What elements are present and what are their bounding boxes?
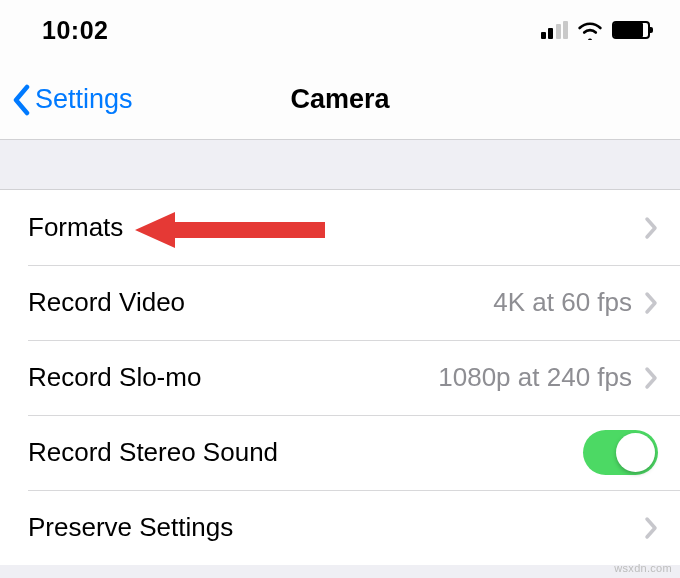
wifi-icon	[577, 21, 603, 40]
settings-list: Formats Record Video 4K at 60 fps Record…	[0, 190, 680, 565]
chevron-right-icon	[644, 291, 658, 315]
row-label: Record Video	[28, 287, 185, 318]
row-value: 1080p at 240 fps	[438, 362, 632, 393]
row-record-slomo[interactable]: Record Slo-mo 1080p at 240 fps	[0, 340, 680, 415]
status-bar: 10:02	[0, 0, 680, 60]
back-label: Settings	[35, 84, 133, 115]
row-stereo-sound: Record Stereo Sound	[0, 415, 680, 490]
chevron-left-icon	[12, 84, 31, 116]
page-title: Camera	[290, 84, 389, 115]
chevron-right-icon	[644, 366, 658, 390]
chevron-right-icon	[644, 216, 658, 240]
row-record-video[interactable]: Record Video 4K at 60 fps	[0, 265, 680, 340]
status-time: 10:02	[42, 16, 108, 45]
chevron-right-icon	[644, 516, 658, 540]
row-preserve-settings[interactable]: Preserve Settings	[0, 490, 680, 565]
battery-icon	[612, 21, 650, 39]
row-label: Record Slo-mo	[28, 362, 201, 393]
watermark: wsxdn.com	[614, 562, 672, 574]
back-button[interactable]: Settings	[12, 84, 133, 116]
row-formats[interactable]: Formats	[0, 190, 680, 265]
row-label: Preserve Settings	[28, 512, 233, 543]
row-value: 4K at 60 fps	[493, 287, 632, 318]
row-label: Record Stereo Sound	[28, 437, 278, 468]
section-spacer	[0, 140, 680, 190]
row-label: Formats	[28, 212, 123, 243]
status-icons	[541, 21, 651, 40]
nav-bar: Settings Camera	[0, 60, 680, 140]
cellular-signal-icon	[541, 21, 569, 39]
stereo-sound-toggle[interactable]	[583, 430, 658, 475]
